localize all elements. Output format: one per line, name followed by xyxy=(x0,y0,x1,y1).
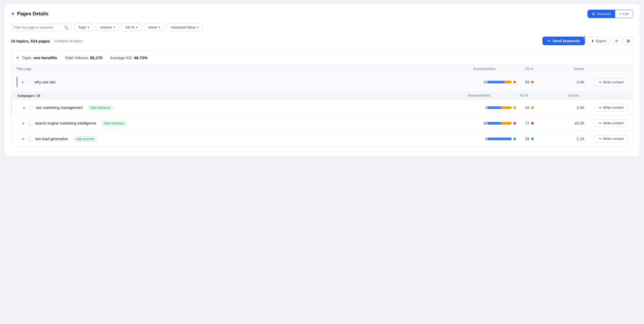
topic-filter-button[interactable]: Topic ▾ xyxy=(74,23,93,31)
sub-volume: 1.1K xyxy=(552,137,584,141)
write-icon: ↪ xyxy=(598,105,601,110)
notification-dot xyxy=(583,36,586,38)
row-expand-icon[interactable]: ▶ xyxy=(23,105,26,110)
chevron-down-icon: ▾ xyxy=(159,26,160,29)
structure-view-button[interactable]: ⊞ Structure xyxy=(588,10,615,18)
topic-volume: Total Volume: 85,170 xyxy=(65,55,102,60)
search-wrap: 🔍 xyxy=(11,24,71,31)
sub-page-name: search engine marketing intelligence xyxy=(35,121,96,125)
structure-icon: ⊞ xyxy=(592,12,595,16)
sub-volume: 2.5K xyxy=(552,105,584,110)
subpages-label: Subpages: 18 xyxy=(18,94,450,98)
row-checkbox[interactable] xyxy=(27,80,32,84)
intent-dot xyxy=(513,122,516,125)
sub-action: ↪ Write content xyxy=(584,104,628,111)
intent-blue-seg xyxy=(487,81,504,83)
topic-kd: Average KD: 48.73% xyxy=(110,55,148,60)
chevron-down-icon: ▾ xyxy=(88,26,89,29)
intent-bar xyxy=(487,106,512,109)
sub-kd: 77 xyxy=(525,121,552,125)
chevron-down-icon: ▾ xyxy=(113,26,115,29)
list-icon: ≡ xyxy=(619,12,622,16)
intent-filter-button[interactable]: Intent ▾ xyxy=(144,23,164,31)
refresh-button[interactable]: ↻ xyxy=(612,37,621,45)
pillar-page-cell: ▶ why use seo xyxy=(16,77,455,87)
sub-kd: 44 xyxy=(525,105,552,110)
sub-keywords: 9 xyxy=(455,105,487,110)
topic-collapse-button[interactable]: ▾ xyxy=(16,55,19,60)
high-potential-badge: High potential xyxy=(73,136,97,141)
send-keywords-button[interactable]: ↪ Send keywords xyxy=(542,37,585,45)
action-col-label xyxy=(584,67,628,71)
sub-row: ▶ search engine marketing intelligence H… xyxy=(11,115,633,131)
pillar-action: ↪ Write content xyxy=(584,78,628,86)
high-relevance-badge: High relevance xyxy=(101,121,127,126)
pillar-bar-indicator xyxy=(16,77,18,87)
export-icon: ⬆ xyxy=(591,39,594,43)
intent-yellow-seg xyxy=(504,81,512,83)
volume-filter-button[interactable]: Volume ▾ xyxy=(96,23,119,31)
intent-blue-seg xyxy=(487,122,501,125)
kd-col-label: KD % xyxy=(525,67,552,71)
sub-intent xyxy=(487,122,525,125)
actions-right: ↪ Send keywords ⬆ Export ↻ 🗑 xyxy=(542,37,633,45)
sub-page-name: seo lead generation xyxy=(35,137,68,141)
sub-keywords-col: Keywords xyxy=(450,94,482,98)
write-content-button[interactable]: ↪ Write content xyxy=(594,119,628,127)
sub-page-cell: ▶ search engine marketing intelligence H… xyxy=(16,121,455,126)
filter-bar: 🔍 Topic ▾ Volume ▾ KD % ▾ Intent ▾ Advan… xyxy=(11,23,633,31)
search-icon: 🔍 xyxy=(64,25,68,30)
write-icon: ↪ xyxy=(598,80,601,84)
pillar-keywords: 19 xyxy=(455,80,487,84)
sub-keywords: 8 xyxy=(455,137,487,141)
pillar-row: ▶ why use seo 19 59 4.4K xyxy=(11,73,633,91)
sub-intent-col: Intent xyxy=(482,94,520,98)
sub-kd-col: KD % xyxy=(520,94,547,98)
intent-blue-seg xyxy=(487,106,501,109)
page-header: ✦ Pages Details ⊞ Structure ≡ List xyxy=(11,10,633,18)
export-button[interactable]: ⬆ Export xyxy=(587,37,610,45)
row-expand-icon[interactable]: ▶ xyxy=(22,136,25,141)
topic-title: Topic: seo benefits xyxy=(22,55,57,60)
topic-header: ▾ Topic: seo benefits Total Volume: 85,1… xyxy=(11,51,633,65)
send-icon: ↪ xyxy=(547,39,550,43)
sub-page-name: seo marketing management xyxy=(36,105,83,110)
write-content-button[interactable]: ↪ Write content xyxy=(594,78,628,86)
pillar-volume: 4.4K xyxy=(552,80,584,84)
delete-button[interactable]: 🗑 xyxy=(624,37,633,45)
kd-status-dot xyxy=(531,122,534,125)
row-expand-icon[interactable]: ▶ xyxy=(22,121,25,126)
keywords-col-label: Keywords xyxy=(455,67,487,71)
chevron-down-icon: ▾ xyxy=(136,26,137,29)
volume-col-label: Volume xyxy=(552,67,584,71)
kd-status-dot xyxy=(531,81,534,83)
topic-section: ▾ Topic: seo benefits Total Volume: 85,1… xyxy=(11,51,633,147)
spark-icon: ✦ xyxy=(11,11,15,17)
row-checkbox[interactable] xyxy=(28,121,32,125)
list-view-button[interactable]: ≡ List xyxy=(615,10,633,18)
pillar-table-header: Pillar page Keywords Intent KD % Volume xyxy=(11,65,633,73)
collapse-all-link[interactable]: Collapse all topics xyxy=(54,39,83,43)
row-expand-icon[interactable]: ▶ xyxy=(21,80,25,84)
row-checkbox[interactable] xyxy=(28,137,32,141)
write-content-button[interactable]: ↪ Write content xyxy=(594,104,628,111)
intent-bar xyxy=(487,138,512,140)
pillar-page-name: why use seo xyxy=(34,80,56,84)
sub-row: ▶ seo lead generation High potential 8 2… xyxy=(11,131,633,146)
intent-blue-seg xyxy=(487,138,512,140)
intent-dot xyxy=(513,138,516,140)
row-checkbox[interactable] xyxy=(29,105,33,110)
sub-volume: 43.2K xyxy=(552,121,584,125)
advanced-filters-button[interactable]: Advanced filters ▾ xyxy=(167,23,203,31)
refresh-icon: ↻ xyxy=(615,39,618,43)
search-input[interactable] xyxy=(14,25,62,29)
sub-action: ↪ Write content xyxy=(584,119,628,127)
intent-col-label: Intent xyxy=(487,67,525,71)
topics-bar: 10 topics, 524 pages Collapse all topics… xyxy=(11,37,633,45)
sub-keywords: 30 xyxy=(455,121,487,125)
write-icon: ↪ xyxy=(598,121,601,125)
view-toggle: ⊞ Structure ≡ List xyxy=(587,10,633,18)
topics-count: 10 topics, 524 pages xyxy=(11,39,50,43)
write-content-button[interactable]: ↪ Write content xyxy=(594,135,628,143)
kd-filter-button[interactable]: KD % ▾ xyxy=(122,23,141,31)
